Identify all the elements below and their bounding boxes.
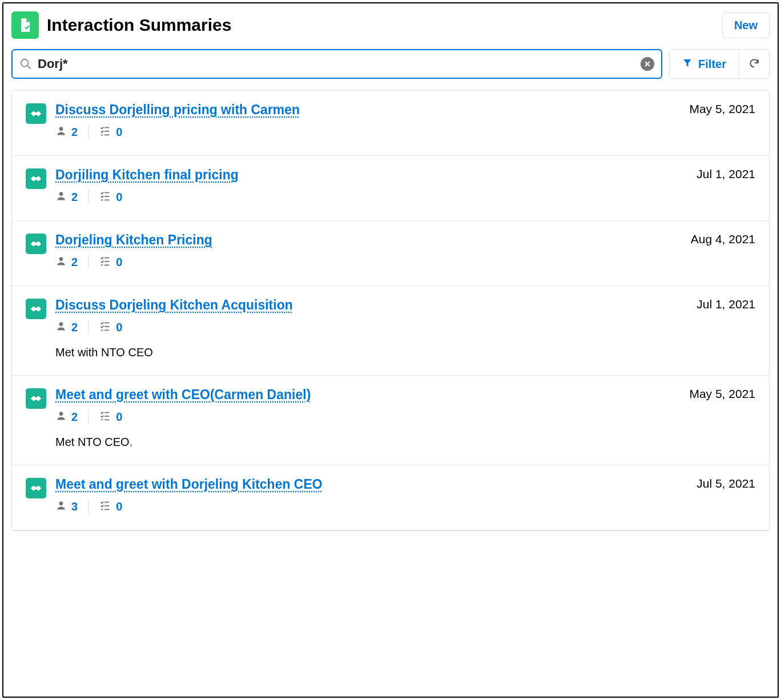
toolbar: Filter xyxy=(11,49,770,79)
item-date: Aug 4, 2021 xyxy=(691,232,755,246)
stat-divider xyxy=(88,500,88,513)
stat-divider xyxy=(88,320,88,334)
tasks-stat[interactable]: 0 xyxy=(99,409,122,424)
people-count: 2 xyxy=(71,321,78,334)
item-description: Met with NTO CEO xyxy=(55,346,755,359)
tasks-count: 0 xyxy=(116,321,122,334)
svg-point-29 xyxy=(59,501,63,505)
task-list-icon xyxy=(99,409,111,424)
svg-point-24 xyxy=(59,412,63,416)
page-title: Interaction Summaries xyxy=(47,15,231,35)
item-date: Jul 1, 2021 xyxy=(697,167,755,181)
svg-point-19 xyxy=(59,322,63,326)
svg-point-14 xyxy=(59,257,63,261)
stat-divider xyxy=(88,255,88,269)
item-date: Jul 5, 2021 xyxy=(697,477,755,490)
toolbar-button-group: Filter xyxy=(669,49,770,79)
tasks-stat[interactable]: 0 xyxy=(99,320,122,335)
person-icon xyxy=(55,500,67,513)
item-title-link[interactable]: Discuss Dorjelling pricing with Carmen xyxy=(55,102,300,118)
handshake-icon xyxy=(26,388,46,409)
list-item[interactable]: Discuss Dorjelling pricing with Carmen M… xyxy=(12,91,769,156)
person-icon xyxy=(55,255,67,269)
svg-line-1 xyxy=(27,66,31,69)
handshake-icon xyxy=(26,234,46,254)
person-icon xyxy=(55,190,67,204)
task-list-icon xyxy=(99,499,111,514)
people-stat[interactable]: 2 xyxy=(55,255,78,269)
handshake-icon xyxy=(26,168,46,189)
tasks-count: 0 xyxy=(116,256,122,269)
tasks-count: 0 xyxy=(116,191,122,204)
tasks-stat[interactable]: 0 xyxy=(99,124,122,139)
item-description: Met NTO CEO. xyxy=(55,436,755,449)
item-date: May 5, 2021 xyxy=(689,102,755,116)
stat-divider xyxy=(88,125,88,139)
people-count: 2 xyxy=(71,191,78,204)
item-date: Jul 1, 2021 xyxy=(697,297,755,311)
tasks-stat[interactable]: 0 xyxy=(99,255,122,269)
handshake-icon xyxy=(26,103,46,124)
filter-label: Filter xyxy=(698,58,726,71)
summaries-app-icon xyxy=(11,11,39,39)
results-list: Discuss Dorjelling pricing with Carmen M… xyxy=(11,90,770,531)
handshake-icon xyxy=(26,299,46,319)
item-title-link[interactable]: Meet and greet with CEO(Carmen Daniel) xyxy=(55,387,311,403)
new-button[interactable]: New xyxy=(722,13,770,38)
stat-divider xyxy=(88,410,88,424)
list-item[interactable]: Discuss Dorjeling Kitchen Acquisition Ju… xyxy=(12,286,769,376)
people-stat[interactable]: 2 xyxy=(55,320,78,334)
handshake-icon xyxy=(26,478,46,498)
search-input[interactable] xyxy=(38,57,641,71)
item-date: May 5, 2021 xyxy=(689,387,755,401)
item-title-link[interactable]: Meet and greet with Dorjeling Kitchen CE… xyxy=(55,477,323,492)
task-list-icon xyxy=(99,190,111,204)
refresh-button[interactable] xyxy=(739,50,769,78)
person-icon xyxy=(55,320,67,334)
task-list-icon xyxy=(99,320,111,335)
people-count: 2 xyxy=(71,411,78,424)
person-icon xyxy=(55,410,67,424)
stat-divider xyxy=(88,190,88,204)
list-item[interactable]: Meet and greet with CEO(Carmen Daniel) M… xyxy=(12,376,769,465)
item-title-link[interactable]: Dorjiling Kitchen final pricing xyxy=(55,167,239,183)
item-title-link[interactable]: Dorjeling Kitchen Pricing xyxy=(55,232,212,248)
list-item[interactable]: Dorjeling Kitchen Pricing Aug 4, 2021 2 … xyxy=(12,221,769,286)
refresh-icon xyxy=(748,58,760,71)
people-stat[interactable]: 2 xyxy=(55,125,78,139)
svg-point-9 xyxy=(59,192,63,196)
list-item[interactable]: Meet and greet with Dorjeling Kitchen CE… xyxy=(12,465,769,530)
people-count: 3 xyxy=(71,500,78,513)
filter-button[interactable]: Filter xyxy=(670,50,739,78)
tasks-count: 0 xyxy=(116,500,122,513)
clear-search-icon[interactable] xyxy=(641,57,654,71)
people-stat[interactable]: 3 xyxy=(55,500,78,513)
tasks-stat[interactable]: 0 xyxy=(99,190,122,204)
item-title-link[interactable]: Discuss Dorjeling Kitchen Acquisition xyxy=(55,297,293,313)
tasks-count: 0 xyxy=(116,126,122,139)
person-icon xyxy=(55,125,67,139)
people-stat[interactable]: 2 xyxy=(55,190,78,204)
task-list-icon xyxy=(99,255,111,269)
search-icon xyxy=(19,58,32,70)
tasks-count: 0 xyxy=(116,411,122,424)
page-header: Interaction Summaries New xyxy=(11,11,770,39)
tasks-stat[interactable]: 0 xyxy=(99,499,122,514)
search-field-wrapper[interactable] xyxy=(11,49,662,79)
task-list-icon xyxy=(99,124,111,139)
people-count: 2 xyxy=(71,126,78,139)
people-count: 2 xyxy=(71,256,78,269)
people-stat[interactable]: 2 xyxy=(55,410,78,424)
svg-point-0 xyxy=(21,59,29,67)
filter-icon xyxy=(682,58,693,71)
list-item[interactable]: Dorjiling Kitchen final pricing Jul 1, 2… xyxy=(12,156,769,221)
svg-point-4 xyxy=(59,127,63,131)
